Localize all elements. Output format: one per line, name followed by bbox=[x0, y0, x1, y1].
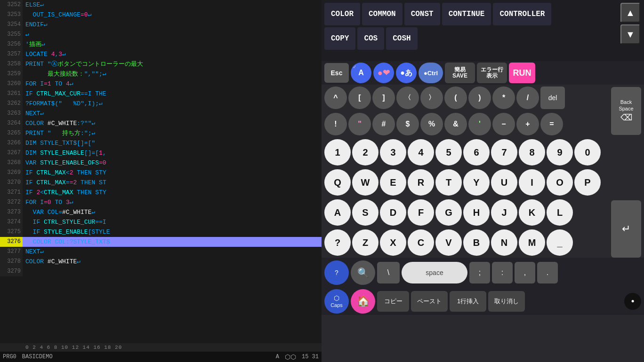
scroll-down-button[interactable]: ▼ bbox=[620, 24, 640, 44]
line-content[interactable]: OUT_IS_CHANGE=0↵ bbox=[23, 10, 91, 20]
save-button[interactable]: 簡易SAVE bbox=[445, 63, 475, 83]
line-content[interactable]: IF CTRL_MAX<2 THEN STY bbox=[23, 168, 106, 178]
key-lbracket[interactable]: [ bbox=[348, 87, 371, 109]
key-k[interactable]: K bbox=[519, 199, 545, 226]
key-asterisk[interactable]: * bbox=[492, 87, 515, 109]
keyword-cos[interactable]: COS bbox=[357, 27, 384, 50]
key-h[interactable]: H bbox=[463, 199, 490, 226]
backspace-key[interactable]: Back Space ⌫ bbox=[611, 87, 641, 135]
line-content[interactable]: NEXT↵ bbox=[23, 247, 44, 257]
keyword-const[interactable]: CONST bbox=[404, 3, 440, 25]
keyword-color[interactable]: COLOR bbox=[324, 3, 360, 25]
key-hash[interactable]: # bbox=[372, 113, 395, 135]
line-content[interactable]: VAR STYLE_ENABLE_OFS=0 bbox=[23, 158, 106, 168]
key-slash[interactable]: / bbox=[516, 87, 539, 109]
key-d[interactable]: D bbox=[380, 199, 406, 226]
key-percent[interactable]: % bbox=[420, 113, 443, 135]
key-4[interactable]: 4 bbox=[408, 139, 434, 165]
key-e[interactable]: E bbox=[380, 169, 406, 196]
comma-key[interactable]: , bbox=[515, 262, 535, 283]
code-area[interactable]: 3252ELSE↵3253 OUT_IS_CHANGE=0↵3254ENDIF↵… bbox=[0, 0, 322, 343]
key-6[interactable]: 6 bbox=[463, 139, 490, 165]
key-lt[interactable]: 〈 bbox=[396, 87, 419, 109]
key-1[interactable]: 1 bbox=[324, 139, 351, 165]
key-j[interactable]: J bbox=[491, 199, 517, 226]
line-content[interactable]: ↵ bbox=[23, 30, 29, 39]
key-s[interactable]: S bbox=[352, 199, 378, 226]
scroll-up-button[interactable]: ▲ bbox=[620, 3, 640, 23]
paste-jp-button[interactable]: ペースト bbox=[411, 291, 448, 312]
del-key[interactable]: del bbox=[540, 87, 565, 109]
insert-line-button[interactable]: 1行挿入 bbox=[450, 291, 486, 312]
backslash-key[interactable]: \ bbox=[377, 262, 400, 283]
key-amp[interactable]: & bbox=[444, 113, 467, 135]
line-content[interactable]: COLOR #C_WHITE:?""↵ bbox=[23, 118, 95, 128]
line-content[interactable]: FOR I=0 TO 3↵ bbox=[23, 197, 73, 207]
key-o[interactable]: O bbox=[547, 169, 573, 196]
key-p[interactable]: P bbox=[574, 169, 601, 196]
key-r[interactable]: R bbox=[408, 169, 434, 196]
key-7[interactable]: 7 bbox=[491, 139, 517, 165]
key-gt[interactable]: 〉 bbox=[420, 87, 443, 109]
key-question[interactable]: ? bbox=[324, 229, 351, 256]
key-lparen[interactable]: ( bbox=[444, 87, 467, 109]
space-key[interactable]: space bbox=[402, 262, 467, 283]
key-dollar[interactable]: $ bbox=[396, 113, 419, 135]
key-exclaim[interactable]: ! bbox=[324, 113, 347, 135]
enter-key[interactable]: ↵ bbox=[611, 200, 641, 258]
line-content[interactable]: PRINT "Ⓐボタンでコントローラーの最大 bbox=[23, 59, 143, 69]
search-button[interactable]: 🔍 bbox=[351, 260, 375, 285]
keyword-copy[interactable]: COPY bbox=[324, 27, 355, 50]
line-content[interactable]: ELSE↵ bbox=[23, 0, 44, 10]
key-y[interactable]: Y bbox=[463, 169, 490, 196]
undo-button[interactable]: 取り消し bbox=[488, 291, 525, 312]
ctrl-button[interactable]: ●Ctrl bbox=[419, 63, 443, 83]
copy-jp-button[interactable]: コピー bbox=[377, 291, 409, 312]
heart-button[interactable]: ●❤ bbox=[373, 63, 394, 83]
esc-key[interactable]: Esc bbox=[324, 63, 349, 83]
key-w[interactable]: W bbox=[352, 169, 378, 196]
line-content[interactable]: IF 2<CTRL_MAX THEN STY bbox=[23, 188, 106, 197]
key-underscore[interactable]: _ bbox=[547, 229, 573, 256]
key-caret[interactable]: ^ bbox=[324, 87, 347, 109]
key-z[interactable]: Z bbox=[352, 229, 378, 256]
semicolon-key[interactable]: ; bbox=[469, 262, 490, 283]
key-3[interactable]: 3 bbox=[380, 139, 406, 165]
key-2[interactable]: 2 bbox=[352, 139, 378, 165]
key-9[interactable]: 9 bbox=[547, 139, 573, 165]
key-rparen[interactable]: ) bbox=[468, 87, 491, 109]
key-5[interactable]: 5 bbox=[435, 139, 462, 165]
key-m[interactable]: M bbox=[519, 229, 545, 256]
period-key[interactable]: . bbox=[537, 262, 558, 283]
line-content[interactable]: IF CTRL_MAX==2 THEN ST bbox=[23, 178, 106, 188]
key-g[interactable]: G bbox=[435, 199, 462, 226]
key-i[interactable]: I bbox=[519, 169, 545, 196]
line-content[interactable]: PRINT " 持ち方:";↵ bbox=[23, 128, 95, 138]
jp-button[interactable]: ●あ bbox=[396, 63, 417, 83]
keyword-continue[interactable]: CONTINUE bbox=[442, 3, 491, 25]
key-0[interactable]: 0 bbox=[574, 139, 601, 165]
line-content[interactable]: '描画↵ bbox=[23, 39, 45, 49]
key-t[interactable]: T bbox=[435, 169, 462, 196]
line-content[interactable]: COLOR COL:?STYLE_TXT$ bbox=[23, 237, 110, 247]
line-content[interactable]: VAR COL=#C_WHITE↵ bbox=[23, 207, 95, 217]
line-content[interactable]: NEXT↵ bbox=[23, 109, 44, 118]
line-content[interactable]: ENDIF↵ bbox=[23, 20, 48, 30]
line-content[interactable]: DIM STYLE_ENABLE[]=[1, bbox=[23, 148, 106, 158]
key-dquote[interactable]: " bbox=[348, 113, 371, 135]
key-plus[interactable]: + bbox=[516, 113, 539, 135]
line-content[interactable]: 最大接続数：","";↵ bbox=[23, 69, 106, 79]
key-v[interactable]: V bbox=[435, 229, 462, 256]
key-l[interactable]: L bbox=[547, 199, 573, 226]
line-content[interactable]: IF CTRL_STYLE_CUR==I bbox=[23, 217, 106, 227]
line-content[interactable]: ?FORMAT$(" %D",I);↵ bbox=[23, 99, 103, 109]
key-a[interactable]: A bbox=[324, 199, 351, 226]
line-content[interactable]: FOR I=1 TO 4↵ bbox=[23, 79, 73, 89]
keyword-controller[interactable]: CONTROLLER bbox=[493, 3, 551, 25]
line-content[interactable]: IF STYLE_ENABLE[STYLE bbox=[23, 227, 110, 237]
line-content[interactable]: DIM STYLE_TXT$[]=[" bbox=[23, 138, 95, 148]
key-c[interactable]: C bbox=[408, 229, 434, 256]
key-8[interactable]: 8 bbox=[519, 139, 545, 165]
key-q[interactable]: Q bbox=[324, 169, 351, 196]
caps-lock-button[interactable]: ⬡ Caps bbox=[324, 289, 349, 314]
